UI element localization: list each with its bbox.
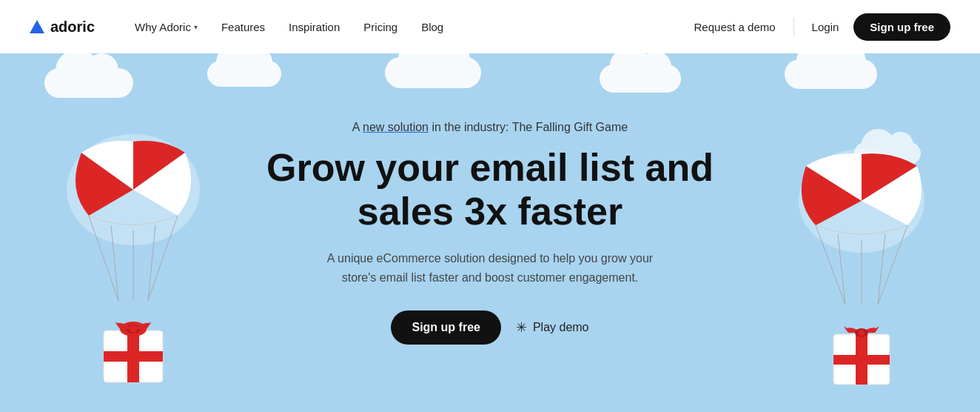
cloud-3: [385, 57, 481, 88]
parachute-left: [59, 130, 207, 412]
hero-section: A new solution in the industry: The Fall…: [0, 53, 980, 412]
svg-rect-20: [833, 355, 890, 365]
nav-features[interactable]: Features: [211, 15, 275, 39]
svg-point-22: [859, 330, 865, 336]
nav-divider: [793, 18, 794, 36]
hero-actions: Sign up free ✳ Play demo: [266, 310, 714, 345]
cloud-2: [207, 61, 281, 87]
nav-pricing[interactable]: Pricing: [353, 15, 408, 39]
hero-title: Grow your email list and sales 3x faster: [266, 146, 714, 235]
login-button[interactable]: Login: [803, 15, 848, 39]
request-demo-button[interactable]: Request a demo: [685, 15, 785, 39]
logo-icon: [30, 20, 44, 33]
chevron-down-icon: ▾: [194, 23, 198, 31]
cloud-5: [785, 59, 877, 89]
cloud-1: [44, 68, 133, 98]
signup-nav-button[interactable]: Sign up free: [853, 13, 950, 41]
nav-links: Why Adoric ▾ Features Inspiration Pricin…: [124, 15, 685, 39]
navbar: adoric Why Adoric ▾ Features Inspiration…: [0, 0, 980, 53]
nav-why-adoric[interactable]: Why Adoric ▾: [124, 15, 208, 39]
nav-right: Request a demo Login Sign up free: [685, 13, 950, 41]
hero-description: A unique eCommerce solution designed to …: [312, 249, 668, 287]
signup-hero-button[interactable]: Sign up free: [391, 310, 500, 345]
hero-subtitle-highlight: new solution: [363, 121, 429, 133]
cloud-4: [600, 64, 681, 93]
svg-rect-8: [104, 351, 163, 362]
logo[interactable]: adoric: [30, 19, 95, 36]
hero-content: A new solution in the industry: The Fall…: [266, 121, 714, 345]
nav-inspiration[interactable]: Inspiration: [278, 15, 350, 39]
play-demo-button[interactable]: ✳ Play demo: [516, 319, 589, 336]
nav-blog[interactable]: Blog: [411, 15, 454, 39]
parachute-right: [788, 145, 936, 412]
hero-subtitle: A new solution in the industry: The Fall…: [266, 121, 714, 134]
play-demo-icon: ✳: [516, 319, 527, 336]
logo-text: adoric: [50, 19, 95, 36]
